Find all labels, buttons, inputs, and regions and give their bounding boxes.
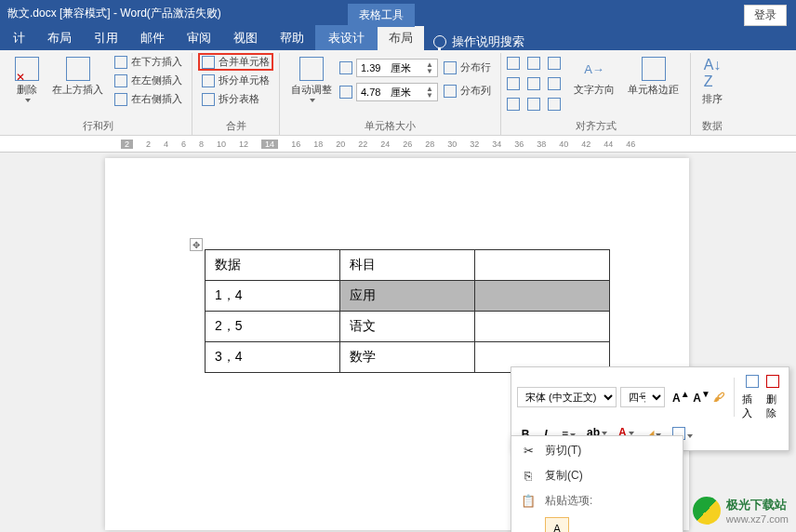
ctx-copy[interactable]: ⎘复制(C) bbox=[511, 463, 683, 488]
sort-button[interactable]: A↓Z 排序 bbox=[696, 53, 728, 110]
merge-cells-button[interactable]: 合并单元格 bbox=[198, 53, 273, 71]
insert-right-button[interactable]: 在右侧插入 bbox=[111, 90, 186, 108]
document-title: 散文.docx [兼容模式] - Word(产品激活失败) bbox=[7, 6, 221, 21]
tab-table-design[interactable]: 表设计 bbox=[315, 25, 378, 50]
table-cell[interactable]: 3，4 bbox=[206, 342, 340, 373]
paste-option-keep-text[interactable]: A bbox=[545, 517, 569, 532]
document-area: 2246810121416182022242628303234363840424… bbox=[0, 136, 796, 532]
watermark: 极光下载站 www.xz7.com bbox=[693, 497, 789, 525]
mini-delete-label[interactable]: 删除 bbox=[766, 392, 783, 420]
table-cell[interactable] bbox=[475, 312, 610, 342]
insert-right-label: 在右侧插入 bbox=[131, 92, 182, 106]
ribbon-tabs: 计 布局 引用 邮件 审阅 视图 帮助 表设计 布局 操作说明搜索 bbox=[0, 26, 796, 50]
col-width-input[interactable]: 厘米▲▼ bbox=[356, 83, 438, 101]
bulb-icon bbox=[433, 35, 446, 48]
split-table-button[interactable]: 拆分表格 bbox=[198, 90, 273, 108]
align-ml-button[interactable] bbox=[507, 77, 520, 90]
align-br-button[interactable] bbox=[548, 98, 561, 111]
distribute-rows-button[interactable]: 分布行 bbox=[440, 59, 495, 76]
merge-cells-icon bbox=[202, 56, 215, 69]
login-button[interactable]: 登录 bbox=[744, 5, 787, 26]
insert-left-icon bbox=[114, 74, 127, 87]
align-tc-button[interactable] bbox=[527, 57, 540, 70]
insert-above-icon bbox=[66, 57, 90, 81]
table-cell[interactable]: 1，4 bbox=[206, 281, 340, 312]
insert-above-button[interactable]: 在上方插入 bbox=[46, 53, 109, 100]
align-tl-button[interactable] bbox=[507, 57, 520, 70]
ctx-cut[interactable]: ✂剪切(T) bbox=[511, 438, 683, 463]
tab-help[interactable]: 帮助 bbox=[269, 26, 315, 50]
autofit-button[interactable]: 自动调整 bbox=[285, 53, 338, 106]
format-painter-button[interactable]: 🖌 bbox=[710, 389, 726, 406]
table-row: 1，4 应用 bbox=[206, 281, 610, 312]
tab-design-partial[interactable]: 计 bbox=[2, 26, 36, 50]
delete-button[interactable]: ✕ 删除 bbox=[9, 53, 45, 106]
delete-icon: ✕ bbox=[15, 57, 39, 81]
align-bl-button[interactable] bbox=[507, 98, 520, 111]
table-cell[interactable]: 数学 bbox=[340, 342, 475, 373]
copy-icon: ⎘ bbox=[521, 469, 536, 484]
tab-mailings[interactable]: 邮件 bbox=[129, 26, 176, 50]
paste-icon: 📋 bbox=[521, 494, 536, 509]
table-cell[interactable]: 数据 bbox=[206, 250, 340, 281]
distribute-rows-label: 分布行 bbox=[460, 60, 491, 74]
text-direction-button[interactable]: A→ 文字方向 bbox=[568, 53, 620, 100]
tab-view[interactable]: 视图 bbox=[222, 26, 269, 50]
group-alignment-label: 对齐方式 bbox=[576, 119, 617, 135]
context-menu: ✂剪切(T) ⎘复制(C) 📋粘贴选项: A 汉字重选(V) 插入(I)▶ 删除… bbox=[511, 435, 683, 532]
group-rows-cols-label: 行和列 bbox=[83, 119, 113, 135]
table-cell[interactable]: 2，5 bbox=[206, 312, 340, 342]
document-table[interactable]: 数据 科目 1，4 应用 2，5 语文 3，4 数学 bbox=[205, 249, 610, 373]
col-width-icon bbox=[339, 86, 352, 99]
font-size-select[interactable]: 四号 bbox=[620, 387, 665, 407]
row-height-icon bbox=[339, 61, 352, 74]
table-cell[interactable] bbox=[475, 250, 610, 281]
insert-below-label: 在下方插入 bbox=[131, 55, 182, 69]
split-cells-button[interactable]: 拆分单元格 bbox=[198, 72, 273, 89]
mini-insert-label[interactable]: 插入 bbox=[742, 392, 759, 420]
table-cell[interactable]: 科目 bbox=[340, 250, 475, 281]
align-mr-button[interactable] bbox=[548, 77, 561, 90]
split-cells-icon bbox=[202, 74, 215, 87]
cell-margins-icon bbox=[642, 57, 666, 81]
table-cell[interactable]: 语文 bbox=[340, 312, 475, 342]
group-data-label: 数据 bbox=[702, 119, 723, 135]
insert-below-button[interactable]: 在下方插入 bbox=[111, 53, 186, 71]
grow-font-button[interactable]: A▲ bbox=[669, 387, 685, 406]
split-table-icon bbox=[202, 93, 215, 106]
font-family-select[interactable]: 宋体 (中文正文) bbox=[517, 387, 617, 407]
table-row: 2，5 语文 bbox=[206, 312, 610, 342]
tell-me-search[interactable]: 操作说明搜索 bbox=[433, 33, 524, 50]
mini-insert-icon[interactable] bbox=[742, 373, 763, 392]
group-rows-cols: ✕ 删除 在上方插入 在下方插入 在左侧插入 在右侧插入 行和列 bbox=[4, 53, 192, 135]
tab-references[interactable]: 引用 bbox=[83, 26, 129, 50]
distribute-cols-button[interactable]: 分布列 bbox=[440, 82, 495, 100]
split-table-label: 拆分表格 bbox=[219, 92, 259, 106]
table-cell-selected[interactable] bbox=[475, 281, 610, 312]
align-mc-button[interactable] bbox=[527, 77, 540, 90]
shrink-font-button[interactable]: A▼ bbox=[689, 387, 706, 406]
autofit-label: 自动调整 bbox=[291, 83, 332, 97]
mini-delete-icon[interactable] bbox=[763, 373, 783, 392]
row-height-input[interactable]: 厘米▲▼ bbox=[356, 59, 438, 77]
watermark-url: www.xz7.com bbox=[726, 513, 789, 525]
table-move-handle[interactable]: ✥ bbox=[190, 238, 203, 251]
table-cell-selected[interactable]: 应用 bbox=[340, 281, 475, 312]
align-tr-button[interactable] bbox=[548, 57, 561, 70]
distribute-cols-icon bbox=[444, 85, 457, 98]
group-merge: 合并单元格 拆分单元格 拆分表格 合并 bbox=[192, 53, 280, 135]
merge-cells-label: 合并单元格 bbox=[219, 55, 270, 69]
align-bc-button[interactable] bbox=[527, 98, 540, 111]
alignment-grid bbox=[507, 53, 566, 116]
tab-review[interactable]: 审阅 bbox=[176, 26, 222, 50]
text-direction-icon: A→ bbox=[582, 57, 606, 81]
watermark-logo-icon bbox=[693, 497, 721, 525]
sort-icon: A↓Z bbox=[704, 57, 722, 90]
context-tab-label: 表格工具 bbox=[348, 4, 415, 27]
cell-margins-button[interactable]: 单元格边距 bbox=[622, 53, 684, 100]
insert-left-button[interactable]: 在左侧插入 bbox=[111, 72, 186, 89]
horizontal-ruler[interactable]: 2246810121416182022242628303234363840424… bbox=[0, 136, 796, 153]
tab-layout[interactable]: 布局 bbox=[36, 26, 83, 50]
text-direction-label: 文字方向 bbox=[574, 83, 615, 97]
tab-table-layout[interactable]: 布局 bbox=[378, 26, 424, 50]
